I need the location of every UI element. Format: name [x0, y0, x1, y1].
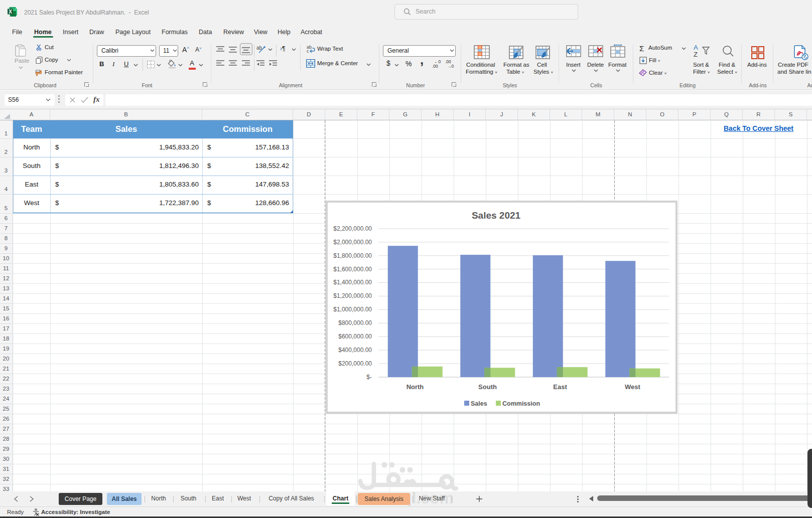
- svg-text:$-: $-: [366, 374, 372, 381]
- svg-text:North: North: [407, 383, 424, 391]
- svg-text:$1,000,000.00: $1,000,000.00: [333, 306, 372, 313]
- svg-text:X: X: [9, 9, 12, 15]
- svg-text:$600,000.00: $600,000.00: [338, 333, 372, 340]
- svg-text:→0: →0: [447, 64, 454, 68]
- svg-text:$400,000.00: $400,000.00: [338, 347, 372, 354]
- svg-text:$1,200,000.00: $1,200,000.00: [333, 292, 372, 299]
- svg-text:$2,000,000.00: $2,000,000.00: [333, 239, 372, 246]
- svg-text:Commission: Commission: [502, 400, 540, 407]
- svg-text:$800,000.00: $800,000.00: [338, 319, 372, 326]
- svg-text:East: East: [553, 383, 567, 391]
- svg-text:.00: .00: [432, 64, 438, 68]
- svg-text:Sales: Sales: [471, 400, 487, 407]
- svg-text:$1,800,000.00: $1,800,000.00: [333, 252, 372, 259]
- svg-text:$1,400,000.00: $1,400,000.00: [333, 279, 372, 286]
- svg-text:$2,200,000.00: $2,200,000.00: [333, 225, 372, 232]
- svg-text:West: West: [625, 383, 640, 391]
- svg-text:c: c: [307, 49, 309, 53]
- svg-text:$1,600,000.00: $1,600,000.00: [333, 266, 372, 273]
- svg-text:$200,000.00: $200,000.00: [338, 360, 372, 367]
- svg-text:South: South: [478, 383, 497, 391]
